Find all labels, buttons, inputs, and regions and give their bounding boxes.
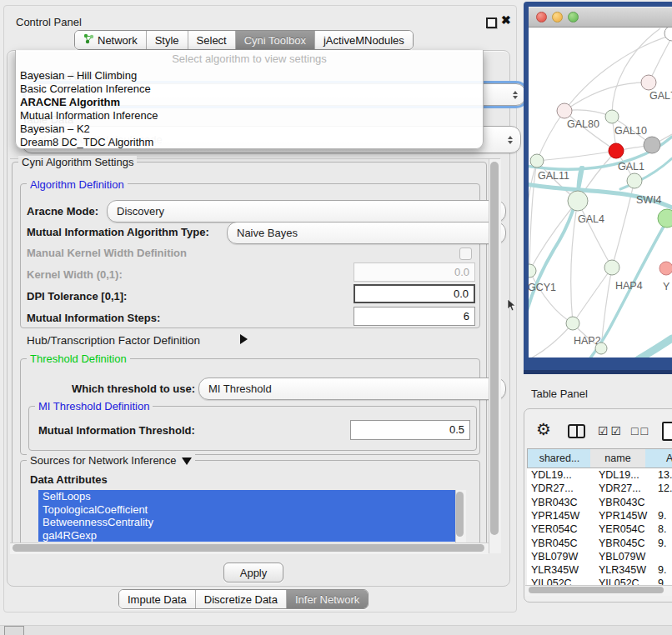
network-node-gal4[interactable]: [568, 191, 588, 211]
mi-type-select[interactable]: Naive Bayes: [227, 222, 506, 244]
attribute-item-betweennesscentrality[interactable]: BetweennessCentrality: [38, 516, 455, 529]
network-node[interactable]: [595, 342, 607, 354]
mi-steps-label: Mutual Information Steps:: [27, 312, 160, 324]
table-row[interactable]: YDL19...YDL19...13.: [527, 468, 672, 482]
table-cell: 12.: [658, 482, 672, 495]
column-header-name[interactable]: name: [590, 448, 646, 468]
table-hscrollbar-thumb[interactable]: [529, 587, 664, 593]
network-node-swi4[interactable]: [627, 173, 642, 188]
network-node[interactable]: [664, 28, 672, 41]
attribute-item-selfloops[interactable]: SelfLoops: [38, 490, 455, 503]
which-threshold-select[interactable]: MI Threshold: [198, 378, 506, 400]
table-row[interactable]: YIL052CYIL052C9.: [527, 577, 672, 585]
mi-steps-field[interactable]: 6: [354, 307, 475, 326]
select-all-icon[interactable]: ☑☑: [598, 424, 624, 438]
network-edge[interactable]: [571, 201, 578, 323]
deselect-all-icon[interactable]: □□: [631, 424, 650, 438]
table-cell: 9.: [658, 509, 666, 522]
attributes-scrollbar-thumb[interactable]: [456, 492, 464, 537]
algorithm-option-mutual-information-inference[interactable]: Mutual Information Inference: [16, 109, 483, 122]
tab-discretize-data[interactable]: Discretize Data: [196, 590, 287, 608]
minimize-traffic-light[interactable]: [552, 12, 563, 22]
attribute-item-topologicalcoefficient[interactable]: TopologicalCoefficient: [38, 503, 455, 517]
network-node-gal7[interactable]: [641, 75, 656, 90]
network-window-titlebar[interactable]: [529, 7, 672, 28]
tab-impute-data[interactable]: Impute Data: [119, 590, 196, 608]
tab-select[interactable]: Select: [188, 31, 236, 49]
algorithm-option-bayesian-k2[interactable]: Bayesian – K2: [16, 122, 483, 136]
settings-hscrollbar-thumb[interactable]: [13, 544, 484, 552]
mi-threshold-field[interactable]: 0.5: [350, 420, 470, 440]
table-cell: YBR043C: [599, 496, 645, 509]
mi-threshold-group-title: MI Threshold Definition: [35, 400, 153, 412]
columns-icon[interactable]: [568, 424, 585, 438]
attribute-item-gal4rgexp[interactable]: gal4RGexp: [38, 529, 455, 542]
network-edge[interactable]: [573, 268, 612, 323]
aracne-mode-value: Discovery: [117, 205, 164, 218]
network-edge[interactable]: [529, 161, 537, 271]
tab-jactivemnodules[interactable]: jActiveMNodules: [315, 31, 413, 49]
table-row[interactable]: YPR145WYPR145W9.: [527, 509, 672, 522]
float-window-icon[interactable]: [486, 18, 497, 28]
network-edge[interactable]: [537, 111, 564, 161]
table-cell: YDL19...: [531, 468, 572, 482]
sources-title[interactable]: Sources for Network Inference: [27, 454, 195, 467]
new-table-icon[interactable]: [662, 422, 672, 441]
algorithm-option-aracne-algorithm[interactable]: ARACNE Algorithm: [16, 96, 483, 109]
network-edge[interactable]: [529, 271, 573, 323]
network-node[interactable]: [658, 209, 672, 228]
column-header-a[interactable]: A: [645, 448, 672, 468]
expand-arrow-icon[interactable]: [240, 334, 248, 344]
network-node-gal1[interactable]: [609, 143, 624, 158]
network-edge-highlighted[interactable]: [632, 338, 672, 358]
network-edge[interactable]: [564, 82, 649, 111]
network-edge[interactable]: [529, 323, 573, 358]
table-row[interactable]: YBR045CYBR045C9.: [527, 537, 672, 550]
network-canvas[interactable]: GAL7GAL80GAL10GAL1GAL11SWI4GAL4GCY1HAP4Y…: [529, 28, 672, 358]
network-edge[interactable]: [529, 201, 578, 271]
table-row[interactable]: YLR345WYLR345W9.: [527, 563, 672, 577]
network-node-gal11[interactable]: [530, 154, 544, 168]
tab-infer-network[interactable]: Infer Network: [287, 590, 368, 608]
table-row[interactable]: YBR043CYBR043C: [527, 496, 672, 509]
network-node-gal80[interactable]: [557, 103, 572, 118]
manual-kernel-label: Manual Kernel Width Definition: [27, 247, 187, 259]
close-traffic-light[interactable]: [536, 12, 547, 22]
network-node[interactable]: [644, 137, 660, 153]
network-edge[interactable]: [537, 151, 616, 161]
control-panel-title: Control Panel: [16, 16, 82, 28]
network-node-gal10[interactable]: [605, 110, 619, 123]
network-node-y[interactable]: [659, 262, 672, 275]
network-edge[interactable]: [578, 201, 612, 268]
hub-definition-label[interactable]: Hub/Transcription Factor Definition: [27, 334, 200, 347]
network-node-gcy1[interactable]: [529, 264, 536, 278]
apply-button[interactable]: Apply: [223, 562, 283, 582]
algorithm-option-bayesian-hill-climbing[interactable]: Bayesian – Hill Climbing: [16, 69, 483, 82]
tab-cyni-toolbox[interactable]: Cyni Toolbox: [236, 31, 315, 49]
column-header-shared-[interactable]: shared...: [527, 448, 592, 468]
bottom-left-icon[interactable]: [4, 626, 24, 635]
table-row[interactable]: YBL079WYBL079W: [527, 550, 672, 563]
algorithm-option-dream8-dc-tdc-algorithm[interactable]: Dream8 DC_TDC Algorithm: [16, 136, 483, 149]
dpi-tolerance-label: DPI Tolerance [0,1]:: [27, 290, 127, 302]
tab-label: jActiveMNodules: [323, 34, 404, 47]
manual-kernel-checkbox[interactable]: [459, 248, 472, 260]
table-cell: YBR045C: [599, 537, 645, 550]
gear-icon[interactable]: ⚙: [536, 419, 551, 439]
close-icon[interactable]: ✖: [501, 13, 511, 27]
algorithm-option-basic-correlation-inference[interactable]: Basic Correlation Inference: [16, 82, 483, 96]
zoom-traffic-light[interactable]: [568, 12, 579, 22]
table-cell: YBR043C: [531, 496, 578, 509]
tab-label: Select: [197, 34, 227, 47]
tab-style[interactable]: Style: [147, 31, 188, 49]
network-node-hap4[interactable]: [604, 260, 619, 275]
settings-vscrollbar-thumb[interactable]: [490, 162, 499, 535]
dpi-tolerance-field[interactable]: 0.0: [354, 284, 475, 303]
table-row[interactable]: YDR27...YDR27...12.: [527, 482, 672, 495]
table-row[interactable]: YER054CYER054C8.: [527, 522, 672, 536]
table-cell: YIL052C: [599, 577, 639, 585]
tab-network[interactable]: Network: [75, 31, 147, 49]
aracne-mode-select[interactable]: Discovery: [107, 200, 506, 222]
kernel-width-field[interactable]: 0.0: [354, 262, 475, 282]
network-node-hap2[interactable]: [566, 317, 579, 330]
